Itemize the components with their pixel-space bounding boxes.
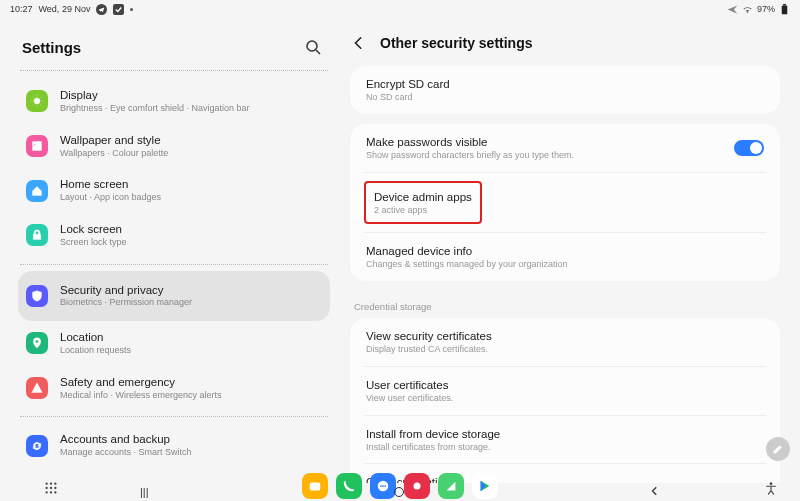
sidebar-item-lock-screen[interactable]: Lock screen Screen lock type [18,213,330,258]
status-time: 10:27 [10,4,33,14]
row-install-from-device-storage[interactable]: Install from device storage Install cert… [364,415,766,464]
sidebar-item-label: Display [60,88,250,103]
row-title: Managed device info [366,243,764,259]
settings-detail: Other security settings Encrypt SD card … [340,18,800,483]
row-title: Make passwords visible [366,134,734,150]
row-device-admin-apps[interactable]: Device admin apps 2 active apps [364,172,766,233]
sidebar-item-label: Location [60,330,131,345]
divider [20,416,328,417]
search-button[interactable] [302,36,324,58]
row-sub: Show password characters briefly as you … [366,150,734,162]
status-bar: 10:27 Wed, 29 Nov 97% [0,0,800,18]
divider [20,70,328,71]
svg-rect-1 [113,4,124,15]
row-make-passwords-visible[interactable]: Make passwords visible Show password cha… [364,124,766,172]
toggle-row-make-passwords-visible[interactable] [734,140,764,156]
sidebar-item-sub: Wallpapers · Colour palette [60,148,168,160]
back-button[interactable] [350,34,368,52]
sidebar-item-sub: Manage accounts · Smart Switch [60,447,192,459]
sidebar-item-accounts-and-backup[interactable]: Accounts and backup Manage accounts · Sm… [18,423,330,468]
row-view-security-certificates[interactable]: View security certificates Display trust… [364,318,766,366]
airplane-mode-icon [727,4,738,15]
sidebar-item-sub: Location requests [60,345,131,357]
sidebar-item-sub: Biometrics · Permission manager [60,297,192,309]
highlight-box: Device admin apps 2 active apps [364,181,482,225]
image-icon [26,135,48,157]
battery-percent: 97% [757,4,775,14]
row-sub: No SD card [366,92,764,104]
sidebar-item-display[interactable]: Display Brightness · Eye comfort shield … [18,79,330,124]
sidebar-item-safety-and-emergency[interactable]: Safety and emergency Medical info · Wire… [18,366,330,411]
check-icon [113,4,124,15]
svg-rect-3 [783,4,786,5]
sync-icon [26,435,48,457]
sidebar-item-label: Wallpaper and style [60,133,168,148]
nav-back[interactable] [650,486,660,498]
shield-icon [26,285,48,307]
home-icon [26,180,48,202]
card-encrypt: Encrypt SD card No SD card [350,66,780,114]
sidebar-item-sub: Brightness · Eye comfort shield · Naviga… [60,103,250,115]
settings-title: Settings [22,39,81,56]
row-sub: Install certificates from storage. [366,442,764,454]
wifi-icon [742,4,753,15]
card-passwords-admin: Make passwords visible Show password cha… [350,124,780,281]
row-user-certificates[interactable]: User certificates View user certificates… [364,366,766,415]
status-date: Wed, 29 Nov [39,4,91,14]
row-sub: Changes & settings managed by your organ… [366,259,764,271]
svg-point-21 [770,482,773,485]
row-title: Device admin apps [374,189,472,205]
card-credentials: View security certificates Display trust… [350,318,780,483]
sidebar-item-label: Security and privacy [60,283,192,298]
row-sub: View user certificates. [366,393,764,405]
row-title: View security certificates [366,328,764,344]
edit-fab[interactable] [766,437,790,461]
svg-point-4 [307,41,317,51]
sidebar-item-sub: Screen lock type [60,237,127,249]
sidebar-item-label: Accounts and backup [60,432,192,447]
settings-sidebar: Settings Display Brightness · Eye comfor… [0,18,340,483]
row-title: User certificates [366,377,764,393]
sidebar-item-wallpaper-and-style[interactable]: Wallpaper and style Wallpapers · Colour … [18,124,330,169]
section-credential-storage: Credential storage [350,291,780,318]
sidebar-item-sub: Medical info · Wireless emergency alerts [60,390,222,402]
row-title: Encrypt SD card [366,76,764,92]
alert-icon [26,377,48,399]
system-navbar: ||| [0,483,800,501]
lock-icon [26,224,48,246]
row-title: Install from device storage [366,426,764,442]
row-sub: Display trusted CA certificates. [366,344,764,356]
more-notifications-icon [130,8,133,11]
nav-recent[interactable]: ||| [140,486,149,498]
sidebar-item-sub: Layout · App icon badges [60,192,161,204]
row-encrypt-sd-card[interactable]: Encrypt SD card No SD card [364,66,766,114]
sun-icon [26,90,48,112]
nav-home[interactable] [394,487,404,497]
sidebar-item-label: Safety and emergency [60,375,222,390]
divider [20,264,328,265]
svg-line-5 [316,50,320,54]
telegram-icon [96,4,107,15]
sidebar-item-home-screen[interactable]: Home screen Layout · App icon badges [18,168,330,213]
svg-rect-2 [782,5,788,14]
sidebar-item-location[interactable]: Location Location requests [18,321,330,366]
pin-icon [26,332,48,354]
accessibility-button[interactable] [762,479,780,497]
battery-icon [779,4,790,15]
page-title: Other security settings [380,35,533,51]
sidebar-item-security-and-privacy[interactable]: Security and privacy Biometrics · Permis… [18,271,330,322]
sidebar-item-label: Home screen [60,177,161,192]
sidebar-item-label: Lock screen [60,222,127,237]
row-managed-device-info[interactable]: Managed device info Changes & settings m… [364,232,766,281]
row-sub: 2 active apps [374,205,472,217]
